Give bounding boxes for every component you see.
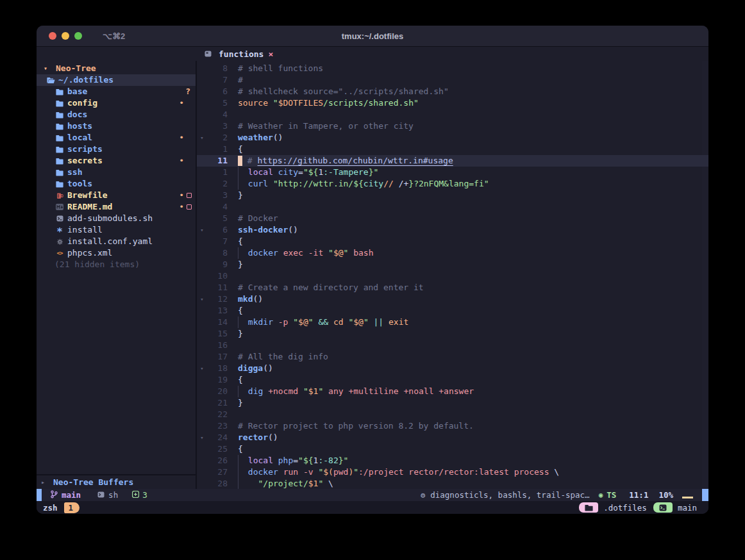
code-token (323, 247, 328, 259)
code-line[interactable]: 21} (197, 397, 708, 409)
fold-chevron-icon[interactable]: ▾ (197, 432, 207, 443)
git-branch-segment[interactable]: main (51, 490, 81, 500)
code-line[interactable]: 7# (197, 74, 708, 86)
editor-pane[interactable]: 8# shell functions7#6# shellcheck source… (197, 61, 708, 489)
code-line[interactable]: 3} (197, 190, 708, 201)
code-line[interactable]: 1{ (197, 144, 708, 155)
fold-chevron-icon[interactable]: ▾ (197, 224, 207, 236)
code-line[interactable]: ▾2weather() (197, 132, 708, 144)
tree-item-brewfile[interactable]: Brewfile• (37, 190, 196, 201)
code-token: }" (339, 455, 349, 466)
code-line[interactable]: 2 curl "http://wttr.in/${city// /+}?2nFQ… (197, 178, 708, 190)
code-token (383, 317, 389, 328)
tmux-window-badge[interactable]: 1 (64, 502, 80, 513)
code-token: curl (248, 178, 268, 190)
tree-item-config[interactable]: config• (37, 97, 196, 109)
code-line[interactable]: 27 docker run -v "$(pwd)":/project recto… (197, 466, 708, 478)
code-line[interactable]: 28 "/project/$1" \ (197, 478, 708, 489)
code-buffer[interactable]: 8# shell functions7#6# shellcheck source… (197, 61, 708, 489)
code-line[interactable]: 9} (197, 259, 708, 270)
sign-column (228, 455, 238, 466)
tree-item-label: install.conf.yaml (67, 236, 153, 247)
code-token: || (374, 317, 384, 328)
code-token (243, 247, 248, 259)
tree-item-phpcs-xml[interactable]: <>phpcs.xml (37, 247, 196, 259)
tree-item-secrets[interactable]: secrets• (37, 155, 196, 167)
code-line[interactable]: 4 (197, 109, 708, 120)
code-line[interactable]: ▾6ssh-docker() (197, 224, 708, 236)
tree-item-docs[interactable]: docs (37, 109, 196, 120)
tree-item-add-submodules-sh[interactable]: add-submodules.sh (37, 213, 196, 224)
scroll-progress: 10% (658, 490, 673, 500)
sign-column (228, 282, 238, 293)
neo-tree-buffers-section[interactable]: ▸ Neo-Tree Buffers (37, 475, 196, 489)
tree-item-label: tools (67, 178, 92, 190)
code-line[interactable]: ▾24rector() (197, 432, 708, 443)
code-token: -v (303, 466, 314, 478)
code-token (298, 466, 303, 478)
code-line[interactable]: 3# Weather in Tampere, or other city (197, 120, 708, 132)
code-token: ssh-docker (238, 224, 288, 236)
code-line[interactable]: 20 dig +nocmd "$1" any +multiline +noall… (197, 386, 708, 397)
code-line[interactable]: 15} (197, 328, 708, 340)
code-token (243, 466, 248, 478)
folder-open-icon (46, 77, 56, 84)
code-line[interactable]: 1 local city="${1:-Tampere}" (197, 167, 708, 178)
code-line[interactable]: 16 (197, 340, 708, 351)
tree-item-tools[interactable]: tools (37, 178, 196, 190)
code-token: dig (248, 386, 263, 397)
code-line[interactable]: 14 mkdir -p "$@" && cd "$@" || exit (197, 317, 708, 328)
code-line[interactable]: 19{ (197, 374, 708, 386)
code-line[interactable]: ▾18digga() (197, 363, 708, 374)
code-line[interactable]: 22 (197, 409, 708, 420)
code-token: // (383, 178, 394, 190)
tree-item-install[interactable]: *install (37, 224, 196, 236)
code-line[interactable]: 26 local php="${1:-82}" (197, 455, 708, 466)
tree-item-scripts[interactable]: scripts (37, 144, 196, 155)
code-token: :/project rector/rector:latest process (358, 466, 549, 478)
code-line[interactable]: ▾12mkd() (197, 293, 708, 305)
tree-item-install-conf-yaml[interactable]: install.conf.yaml (37, 236, 196, 247)
code-line[interactable]: 11# Create a new directory and enter it (197, 282, 708, 293)
tmux-directory: .dotfiles (598, 503, 653, 513)
code-line[interactable]: 6# shellcheck source="../scripts/shared.… (197, 86, 708, 97)
code-token: # shellcheck source="../scripts/shared.s… (238, 86, 449, 97)
code-line[interactable]: 8 docker exec -it "$@" bash (197, 247, 708, 259)
fold-chevron-icon[interactable]: ▾ (197, 132, 207, 144)
code-line[interactable]: 11 # https://github.com/chubin/wttr.in#u… (197, 155, 708, 167)
line-number: 7 (207, 74, 228, 86)
tree-item-readme-md[interactable]: README.md• (37, 201, 196, 213)
tmux-session-name[interactable]: zsh (43, 503, 58, 513)
fold-column (197, 259, 207, 270)
code-line[interactable]: 25{ (197, 443, 708, 455)
tree-item-ssh[interactable]: ssh (37, 167, 196, 178)
line-number: 11 (207, 282, 228, 293)
tree-item-hosts[interactable]: hosts (37, 120, 196, 132)
code-line[interactable]: 8# shell functions (197, 63, 708, 74)
titlebar[interactable]: ⌥⌘2 tmux:~/.dotfiles (37, 26, 708, 47)
fold-chevron-icon[interactable]: ▾ (197, 293, 207, 305)
code-line[interactable]: 10 (197, 270, 708, 282)
tab-close-icon[interactable]: × (268, 49, 273, 59)
line-number: 18 (207, 363, 228, 374)
fold-column (197, 328, 207, 340)
tree-item-base[interactable]: base? (37, 86, 196, 97)
tree-item-root[interactable]: ~/.dotfiles (37, 74, 196, 86)
line-number: 19 (207, 374, 228, 386)
code-line[interactable]: 17# All the dig info (197, 351, 708, 363)
code-line[interactable]: 7{ (197, 236, 708, 247)
fold-column (197, 409, 207, 420)
code-line[interactable]: 5# Docker (197, 213, 708, 224)
code-line[interactable]: 4 (197, 201, 708, 213)
fold-column (197, 120, 207, 132)
fold-chevron-icon[interactable]: ▾ (197, 363, 207, 374)
tree-item-local[interactable]: local• (37, 132, 196, 144)
sign-column (228, 155, 238, 167)
tab-functions[interactable]: functions × (201, 47, 277, 61)
xml-icon: <> (54, 247, 65, 259)
code-line[interactable]: 23# Rector project to php version 8.2 by… (197, 420, 708, 432)
code-token (268, 178, 273, 190)
code-line[interactable]: 13{ (197, 305, 708, 317)
code-token: # (238, 74, 243, 86)
code-line[interactable]: 5source "$DOTFILES/scripts/shared.sh" (197, 97, 708, 109)
